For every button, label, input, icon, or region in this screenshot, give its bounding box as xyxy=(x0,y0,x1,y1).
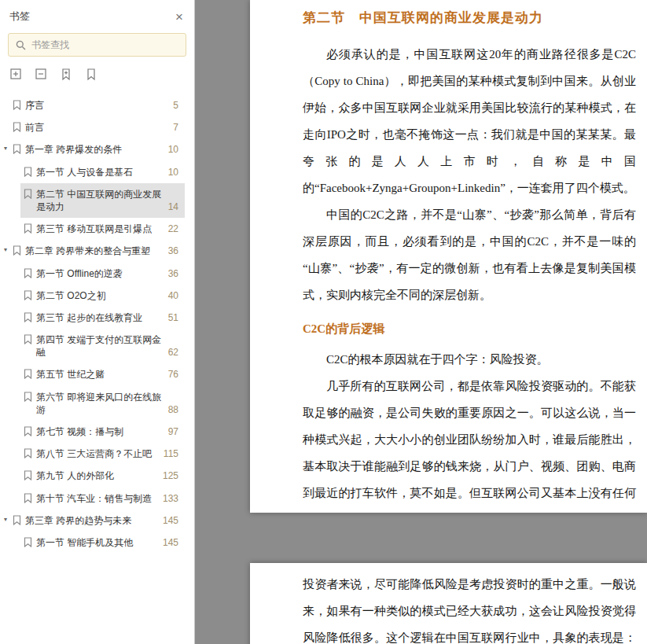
bookmark-item[interactable]: 第一节 人与设备是基石10 xyxy=(20,161,185,183)
bookmark-icon xyxy=(24,223,32,234)
bookmark-icon xyxy=(13,515,21,525)
bookmark-icon xyxy=(24,493,32,503)
bookmark-label: 第二节 O2O之初 xyxy=(36,289,162,302)
bookmark-icon xyxy=(85,68,98,81)
bookmark-page-number: 10 xyxy=(168,143,178,156)
bookmark-icon xyxy=(24,537,32,547)
bookmark-search-input[interactable] xyxy=(31,39,178,50)
paragraph: 几乎所有的互联网公司，都是依靠风险投资驱动的。不能获取足够的融资，是公司失败的重… xyxy=(303,373,636,513)
bookmark-page-number: 145 xyxy=(163,514,178,527)
bookmark-label: 第七节 视频：播与制 xyxy=(36,425,162,438)
bookmark-search-box xyxy=(8,33,186,57)
bookmark-label: 第十节 汽车业：销售与制造 xyxy=(36,492,156,505)
collapse-all-icon xyxy=(35,68,48,81)
collapse-all-button[interactable] xyxy=(33,66,49,82)
bookmark-page-number: 88 xyxy=(168,403,178,416)
expand-caret-icon[interactable]: ▾ xyxy=(4,145,13,152)
bookmark-label: 第一节 Offline的逆袭 xyxy=(36,267,162,280)
bookmark-icon xyxy=(13,245,21,256)
bookmark-item[interactable]: 第四节 发端于支付的互联网金融62 xyxy=(20,329,185,363)
bookmark-button[interactable] xyxy=(83,66,99,82)
bookmark-item[interactable]: 第二节 中国互联网的商业发展是动力14 xyxy=(20,183,185,218)
bookmark-icon xyxy=(24,334,32,344)
paragraph: 必须承认的是，中国互联网这20年的商业路径很多是C2C（Copy to Chin… xyxy=(303,41,636,201)
bookmark-label: 第三章 跨界的趋势与未来 xyxy=(25,514,156,527)
bookmark-icon xyxy=(24,470,32,480)
bookmark-label: 第六节 即将迎来风口的在线旅游 xyxy=(36,391,162,416)
bookmark-icon xyxy=(24,392,32,402)
bookmark-item[interactable]: 第七节 视频：播与制97 xyxy=(20,421,185,443)
search-icon xyxy=(16,40,26,50)
bookmark-item[interactable]: 第三节 起步的在线教育业51 xyxy=(20,307,185,329)
bookmark-label: 第三节 移动互联网是引爆点 xyxy=(36,223,162,235)
expand-all-icon xyxy=(9,68,23,81)
bookmarks-sidebar: 书签 × 序言5前言7▾第一章 跨界爆发的条件10第一节 人与设备是基石10第二 xyxy=(0,0,195,644)
add-bookmark-button[interactable] xyxy=(58,66,74,82)
bookmark-label: 第一节 智能手机及其他 xyxy=(36,536,156,549)
bookmark-icon xyxy=(24,290,32,300)
bookmark-item[interactable]: ▾第三章 跨界的趋势与未来145 xyxy=(0,510,185,532)
expand-caret-icon[interactable]: ▾ xyxy=(4,517,13,523)
paragraph-group: 必须承认的是，中国互联网这20年的商业路径很多是C2C（Copy to Chin… xyxy=(303,41,636,308)
sidebar-header: 书签 × xyxy=(0,0,194,27)
pdf-reader-window: 书签 × 序言5前言7▾第一章 跨界爆发的条件10第一节 人与设备是基石10第二 xyxy=(0,0,647,644)
expand-caret-icon[interactable]: ▾ xyxy=(4,247,13,253)
bookmark-icon xyxy=(24,448,32,458)
close-sidebar-button[interactable]: × xyxy=(175,10,183,24)
bookmark-item[interactable]: 前言7 xyxy=(0,116,185,138)
bookmark-label: 第八节 三大运营商？不止吧 xyxy=(36,447,157,460)
bookmark-label: 第四节 发端于支付的互联网金融 xyxy=(36,333,162,359)
bookmark-label: 序言 xyxy=(25,99,167,112)
paragraph: 投资者来说，尽可能降低风险是考虑投资时的重中之重。一般说来，如果有一种类似的模式… xyxy=(303,571,636,644)
expand-all-button[interactable] xyxy=(8,66,24,82)
add-bookmark-icon xyxy=(60,68,73,81)
bookmark-icon xyxy=(24,426,32,436)
bookmark-label: 前言 xyxy=(25,121,167,134)
bookmark-label: 第一章 跨界爆发的条件 xyxy=(25,143,162,156)
bookmark-item[interactable]: 第八节 三大运营商？不止吧115 xyxy=(20,443,185,465)
bookmarks-panel-title: 书签 xyxy=(9,9,30,24)
bookmark-item[interactable]: 第一节 Offline的逆袭36 xyxy=(20,263,185,285)
bookmark-item[interactable]: 序言5 xyxy=(0,94,185,116)
bookmark-item[interactable]: 第六节 即将迎来风口的在线旅游88 xyxy=(20,386,185,421)
paragraph: 中国的C2C之路，并不是“山寨”、“抄袭”那么简单，背后有深层原因，而且，必须看… xyxy=(303,201,636,308)
bookmark-item[interactable]: 第一节 智能手机及其他145 xyxy=(20,532,185,554)
bookmark-page-number: 14 xyxy=(168,201,178,213)
document-page-2: 投资者来说，尽可能降低风险是考虑投资时的重中之重。一般说来，如果有一种类似的模式… xyxy=(250,563,647,644)
bookmark-page-number: 62 xyxy=(168,346,178,359)
bookmark-page-number: 5 xyxy=(173,99,178,112)
bookmark-label: 第三节 起步的在线教育业 xyxy=(36,311,162,324)
bookmark-page-number: 97 xyxy=(168,425,178,438)
bookmark-page-number: 145 xyxy=(163,536,178,549)
bookmark-page-number: 10 xyxy=(168,166,178,178)
paragraph-group: C2C的根本原因就在于四个字：风险投资。几乎所有的互联网公司，都是依靠风险投资驱… xyxy=(303,346,636,513)
subsection-heading: C2C的背后逻辑 xyxy=(303,319,636,338)
bookmark-page-number: 36 xyxy=(168,245,178,257)
bookmark-item[interactable]: 第三节 移动互联网是引爆点22 xyxy=(20,218,185,240)
bookmark-item[interactable]: 第五节 世纪之赌76 xyxy=(20,363,185,385)
bookmark-page-number: 133 xyxy=(163,492,178,505)
bookmark-icon xyxy=(13,100,21,110)
bookmark-label: 第一节 人与设备是基石 xyxy=(36,166,162,178)
bookmarks-toolbar xyxy=(0,57,194,88)
bookmark-icon xyxy=(24,369,32,379)
bookmark-page-number: 76 xyxy=(168,368,178,381)
bookmark-icon xyxy=(24,167,32,177)
bookmark-item[interactable]: ▾第一章 跨界爆发的条件10 xyxy=(0,138,185,160)
bookmark-page-number: 7 xyxy=(173,121,178,134)
document-canvas[interactable]: 第二节 中国互联网的商业发展是动力 必须承认的是，中国互联网这20年的商业路径很… xyxy=(195,0,647,644)
bookmark-item[interactable]: 第九节 人的外部化125 xyxy=(20,465,185,487)
bookmark-label: 第九节 人的外部化 xyxy=(36,469,156,482)
bookmark-icon xyxy=(13,144,21,154)
bookmark-label: 第二章 跨界带来的整合与重塑 xyxy=(25,245,162,257)
bookmark-item[interactable]: 第十节 汽车业：销售与制造133 xyxy=(20,488,185,510)
bookmark-page-number: 51 xyxy=(168,311,178,324)
bookmark-page-number: 115 xyxy=(164,447,178,460)
bookmark-icon xyxy=(13,122,21,132)
bookmark-item[interactable]: ▾第二章 跨界带来的整合与重塑36 xyxy=(0,240,185,262)
bookmark-page-number: 36 xyxy=(168,267,178,280)
bookmark-page-number: 22 xyxy=(168,223,178,235)
bookmark-item[interactable]: 第二节 O2O之初40 xyxy=(20,285,185,307)
bookmark-label: 第五节 世纪之赌 xyxy=(36,368,162,381)
paragraph: C2C的根本原因就在于四个字：风险投资。 xyxy=(303,346,636,373)
